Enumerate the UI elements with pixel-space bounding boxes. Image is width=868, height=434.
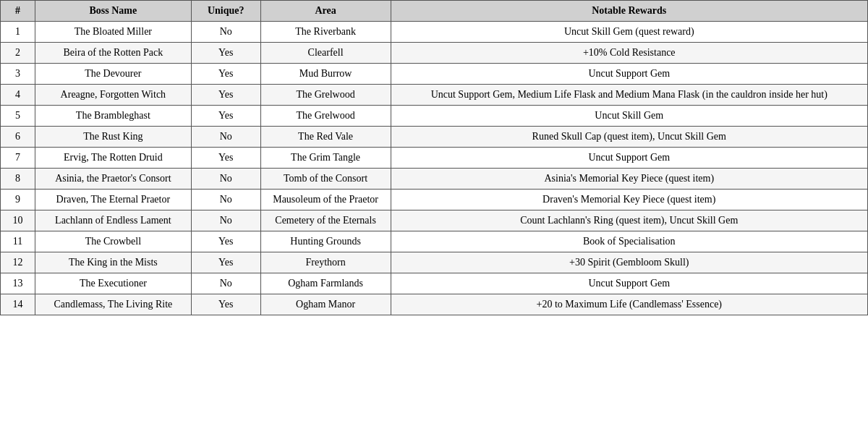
area-name: Hunting Grounds bbox=[260, 231, 391, 252]
reward-text: +30 Spirit (Gembloom Skull) bbox=[391, 252, 867, 273]
boss-name: The Rust King bbox=[35, 127, 191, 148]
reward-text: +20 to Maximum Life (Candlemass' Essence… bbox=[391, 294, 867, 315]
boss-name: Ervig, The Rotten Druid bbox=[35, 148, 191, 169]
row-num: 12 bbox=[1, 252, 35, 273]
area-name: Mud Burrow bbox=[260, 64, 391, 85]
reward-text: Asinia's Memorial Key Piece (quest item) bbox=[391, 169, 867, 190]
reward-text: Runed Skull Cap (quest item), Uncut Skil… bbox=[391, 127, 867, 148]
unique-flag: Yes bbox=[191, 231, 260, 252]
reward-text: Uncut Skill Gem (quest reward) bbox=[391, 22, 867, 43]
boss-name: The Executioner bbox=[35, 273, 191, 294]
area-name: Clearfell bbox=[260, 43, 391, 64]
unique-flag: Yes bbox=[191, 148, 260, 169]
row-num: 5 bbox=[1, 106, 35, 127]
table-row: 13The ExecutionerNoOgham FarmlandsUncut … bbox=[1, 273, 868, 294]
boss-name: Beira of the Rotten Pack bbox=[35, 43, 191, 64]
area-name: Mausoleum of the Praetor bbox=[260, 190, 391, 210]
reward-text: Uncut Support Gem bbox=[391, 64, 867, 85]
boss-name: Draven, The Eternal Praetor bbox=[35, 190, 191, 210]
area-name: The Grim Tangle bbox=[260, 148, 391, 169]
header-area: Area bbox=[260, 1, 391, 22]
reward-text: Uncut Support Gem bbox=[391, 273, 867, 294]
header-name: Boss Name bbox=[35, 1, 191, 22]
reward-text: Draven's Memorial Key Piece (quest item) bbox=[391, 190, 867, 210]
unique-flag: Yes bbox=[191, 294, 260, 315]
table-row: 7Ervig, The Rotten DruidYesThe Grim Tang… bbox=[1, 148, 868, 169]
boss-name: Asinia, the Praetor's Consort bbox=[35, 169, 191, 190]
row-num: 9 bbox=[1, 190, 35, 210]
unique-flag: No bbox=[191, 169, 260, 190]
header-reward: Notable Rewards bbox=[391, 1, 867, 22]
unique-flag: No bbox=[191, 210, 260, 231]
row-num: 8 bbox=[1, 169, 35, 190]
area-name: The Grelwood bbox=[260, 85, 391, 106]
boss-name: The Brambleghast bbox=[35, 106, 191, 127]
row-num: 2 bbox=[1, 43, 35, 64]
row-num: 7 bbox=[1, 148, 35, 169]
boss-name: The Bloated Miller bbox=[35, 22, 191, 43]
area-name: The Red Vale bbox=[260, 127, 391, 148]
area-name: Tomb of the Consort bbox=[260, 169, 391, 190]
unique-flag: No bbox=[191, 273, 260, 294]
area-name: The Grelwood bbox=[260, 106, 391, 127]
unique-flag: Yes bbox=[191, 252, 260, 273]
unique-flag: Yes bbox=[191, 106, 260, 127]
boss-name: The Crowbell bbox=[35, 231, 191, 252]
unique-flag: No bbox=[191, 127, 260, 148]
area-name: The Riverbank bbox=[260, 22, 391, 43]
table-row: 14Candlemass, The Living RiteYesOgham Ma… bbox=[1, 294, 868, 315]
reward-text: Count Lachlann's Ring (quest item), Uncu… bbox=[391, 210, 867, 231]
reward-text: Uncut Skill Gem bbox=[391, 106, 867, 127]
table-row: 9Draven, The Eternal PraetorNoMausoleum … bbox=[1, 190, 868, 210]
reward-text: +10% Cold Resistance bbox=[391, 43, 867, 64]
area-name: Ogham Farmlands bbox=[260, 273, 391, 294]
row-num: 3 bbox=[1, 64, 35, 85]
unique-flag: Yes bbox=[191, 43, 260, 64]
row-num: 11 bbox=[1, 231, 35, 252]
table-row: 2Beira of the Rotten PackYesClearfell+10… bbox=[1, 43, 868, 64]
area-name: Cemetery of the Eternals bbox=[260, 210, 391, 231]
table-row: 8Asinia, the Praetor's ConsortNoTomb of … bbox=[1, 169, 868, 190]
reward-text: Uncut Support Gem bbox=[391, 148, 867, 169]
table-row: 1The Bloated MillerNoThe RiverbankUncut … bbox=[1, 22, 868, 43]
unique-flag: Yes bbox=[191, 64, 260, 85]
boss-name: The Devourer bbox=[35, 64, 191, 85]
header-num: # bbox=[1, 1, 35, 22]
row-num: 10 bbox=[1, 210, 35, 231]
table-row: 3The DevourerYesMud BurrowUncut Support … bbox=[1, 64, 868, 85]
row-num: 4 bbox=[1, 85, 35, 106]
area-name: Ogham Manor bbox=[260, 294, 391, 315]
row-num: 13 bbox=[1, 273, 35, 294]
reward-text: Book of Specialisation bbox=[391, 231, 867, 252]
table-row: 5The BrambleghastYesThe GrelwoodUncut Sk… bbox=[1, 106, 868, 127]
table-header-row: # Boss Name Unique? Area Notable Rewards bbox=[1, 1, 868, 22]
row-num: 1 bbox=[1, 22, 35, 43]
row-num: 14 bbox=[1, 294, 35, 315]
table-row: 12The King in the MistsYesFreythorn+30 S… bbox=[1, 252, 868, 273]
boss-name: Candlemass, The Living Rite bbox=[35, 294, 191, 315]
table-row: 6The Rust KingNoThe Red ValeRuned Skull … bbox=[1, 127, 868, 148]
area-name: Freythorn bbox=[260, 252, 391, 273]
header-unique: Unique? bbox=[191, 1, 260, 22]
row-num: 6 bbox=[1, 127, 35, 148]
boss-table: # Boss Name Unique? Area Notable Rewards… bbox=[0, 0, 868, 315]
boss-name: The King in the Mists bbox=[35, 252, 191, 273]
unique-flag: No bbox=[191, 22, 260, 43]
boss-name: Areagne, Forgotten Witch bbox=[35, 85, 191, 106]
boss-name: Lachlann of Endless Lament bbox=[35, 210, 191, 231]
reward-text: Uncut Support Gem, Medium Life Flask and… bbox=[391, 85, 867, 106]
table-row: 4Areagne, Forgotten WitchYesThe Grelwood… bbox=[1, 85, 868, 106]
unique-flag: No bbox=[191, 190, 260, 210]
table-row: 10Lachlann of Endless LamentNoCemetery o… bbox=[1, 210, 868, 231]
main-table-container: # Boss Name Unique? Area Notable Rewards… bbox=[0, 0, 868, 315]
unique-flag: Yes bbox=[191, 85, 260, 106]
table-row: 11The CrowbellYesHunting GroundsBook of … bbox=[1, 231, 868, 252]
